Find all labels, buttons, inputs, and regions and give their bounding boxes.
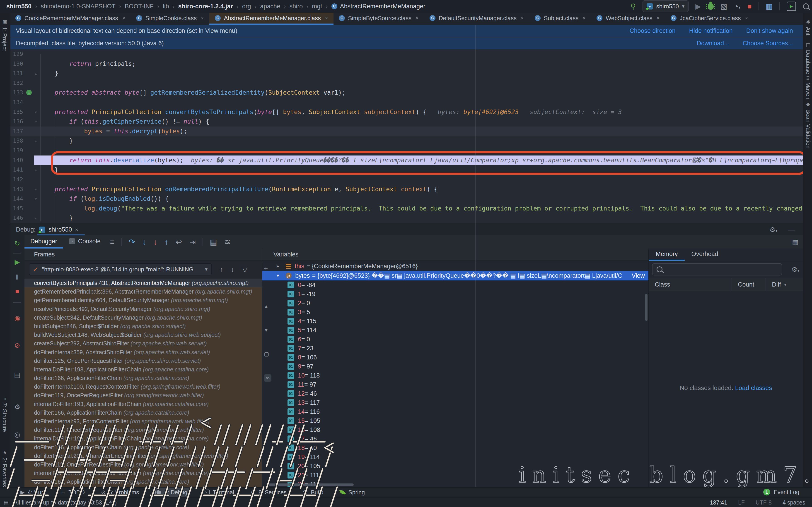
- byte-array-entry[interactable]: 0117 = 46: [262, 434, 648, 443]
- code-line[interactable]: 146▵ }: [10, 213, 803, 223]
- choose-direction-link[interactable]: Choose direction: [629, 27, 676, 35]
- byte-array-entry[interactable]: 019 = 97: [262, 362, 648, 371]
- stack-frame-row[interactable]: doFilter:166, ApplicationFilterChain (or…: [24, 408, 262, 417]
- run-to-cursor-icon[interactable]: ⇥: [189, 238, 196, 246]
- evaluate-infinity-icon[interactable]: ∞: [264, 374, 271, 382]
- rerun-icon[interactable]: ↻: [10, 239, 24, 247]
- stack-frame-row[interactable]: doFilter:166, ApplicationFilterChain (or…: [24, 443, 262, 452]
- column-count[interactable]: Count: [731, 278, 766, 291]
- breadcrumb-item[interactable]: AbstractRememberMeManager: [340, 3, 425, 10]
- editor-tab[interactable]: CSubject.class×: [529, 13, 591, 25]
- code-line[interactable]: 143▿ protected PrincipalCollection onRem…: [10, 184, 803, 194]
- code-line[interactable]: 138▵ }: [10, 136, 803, 146]
- tab-memory[interactable]: Memory: [649, 248, 685, 261]
- pause-icon[interactable]: ‖: [10, 273, 24, 281]
- search-everywhere-icon[interactable]: [803, 3, 809, 9]
- fold-marker-icon[interactable]: ▵: [35, 69, 37, 78]
- toolwindow-button-spring[interactable]: Spring: [338, 488, 367, 497]
- stack-frame-row[interactable]: convertBytesToPrincipals:431, AbstractRe…: [24, 279, 262, 287]
- threads-view-icon[interactable]: ≡: [110, 238, 115, 246]
- breadcrumb-item[interactable]: BOOT-INF: [125, 3, 154, 10]
- close-tab-icon[interactable]: ×: [122, 15, 125, 21]
- line-number[interactable]: 139: [10, 146, 26, 156]
- run-configuration-select[interactable]: ▸ shiro550 ▾: [643, 0, 689, 12]
- close-tab-icon[interactable]: ×: [745, 15, 748, 21]
- code-line[interactable]: 142: [10, 175, 803, 184]
- line-number[interactable]: 142: [10, 175, 26, 184]
- byte-array-entry[interactable]: 012 = 0: [262, 298, 648, 307]
- stack-frame-row[interactable]: doFilter:125, OncePerRequestFilter (org.…: [24, 356, 262, 365]
- code-line[interactable]: 140 return this.deserialize(bytes); byte…: [10, 156, 803, 165]
- scroll-up-icon[interactable]: ▲: [264, 304, 268, 309]
- view-breakpoints-icon[interactable]: ◉: [10, 314, 24, 322]
- stop-icon[interactable]: ■: [10, 287, 24, 295]
- step-into-icon[interactable]: ↓: [142, 238, 146, 246]
- add-watch-icon[interactable]: +: [264, 265, 268, 273]
- stripe-item-database[interactable]: ◫Database: [805, 42, 811, 74]
- stack-frame-row[interactable]: doFilter:119, OncePerRequestFilter (org.…: [24, 426, 262, 434]
- thread-selector[interactable]: ✓ "http-nio-8080-exec-3"@6,514 in group …: [29, 263, 212, 275]
- line-number[interactable]: 144: [10, 194, 26, 204]
- fold-marker-icon[interactable]: ▵: [35, 136, 37, 146]
- breadcrumb-item[interactable]: shiro: [290, 3, 303, 10]
- editor-tab[interactable]: CSimpleByteSource.class×: [334, 13, 424, 25]
- hide-panel-icon[interactable]: —: [788, 226, 795, 234]
- hide-notification-link[interactable]: Hide notification: [689, 27, 733, 35]
- hammer-build-icon[interactable]: ⚲: [630, 3, 636, 10]
- stack-frame-row[interactable]: doFilter:166, ApplicationFilterChain (or…: [24, 477, 262, 486]
- variable-row-this[interactable]: ▸ this = {CookieRememberMeManager@6516}: [262, 262, 648, 271]
- choose-sources-link[interactable]: Choose Sources...: [743, 40, 793, 47]
- file-encoding[interactable]: UTF-8: [756, 499, 772, 506]
- toolwindow-button-build[interactable]: ⚒Build: [301, 488, 326, 497]
- editor-tab[interactable]: CCookieRememberMeManager.class×: [10, 13, 131, 25]
- settings-gear-icon[interactable]: ⚙: [10, 403, 24, 411]
- breadcrumb-item[interactable]: apache: [260, 3, 280, 10]
- byte-array-entry[interactable]: 016 = 0: [262, 335, 648, 344]
- byte-array-entry[interactable]: 017 = 23: [262, 344, 648, 353]
- load-classes-link[interactable]: Load classes: [735, 384, 772, 391]
- stop-button[interactable]: ■: [747, 3, 752, 10]
- code-line[interactable]: 144▿ if (log.isDebugEnabled()) {: [10, 194, 803, 204]
- breadcrumb-item[interactable]: shiro550: [6, 3, 32, 10]
- evaluate-expression-icon[interactable]: ▦: [210, 238, 217, 246]
- stripe-item----project[interactable]: ▣1: Project: [1, 19, 8, 51]
- byte-array-entry[interactable]: 013 = 5: [262, 307, 648, 317]
- debug-button[interactable]: [708, 3, 714, 10]
- code-line[interactable]: 135▿ protected PrincipalCollection conve…: [10, 107, 803, 117]
- byte-array-entry[interactable]: 014 = 115: [262, 317, 648, 326]
- horizontal-scrollbar[interactable]: [267, 484, 354, 486]
- fold-marker-icon[interactable]: ▿: [35, 194, 37, 204]
- line-number[interactable]: 137: [10, 126, 26, 136]
- close-tab-icon[interactable]: ×: [582, 15, 586, 21]
- byte-array-entry[interactable]: 018 = 106: [262, 353, 648, 362]
- tab-console[interactable]: › Console: [63, 235, 106, 248]
- byte-array-entry[interactable]: 0120 = 105: [262, 461, 648, 470]
- memory-settings-gear-icon[interactable]: ⚙▾: [792, 266, 799, 273]
- next-frame-icon[interactable]: ↓: [231, 266, 234, 273]
- toolwindow-button----services[interactable]: ❖8: Services: [248, 488, 289, 497]
- byte-array-entry[interactable]: 0121 = 111: [262, 470, 648, 480]
- tab-debugger[interactable]: Debugger: [24, 235, 63, 248]
- byte-array-entry[interactable]: 010 = -84: [262, 280, 648, 289]
- implemented-marker-icon[interactable]: ↓: [26, 90, 32, 95]
- prev-frame-icon[interactable]: ↑: [220, 266, 223, 273]
- stripe-item----favorites[interactable]: ★2: Favorites: [1, 450, 8, 487]
- line-number[interactable]: 146: [10, 213, 26, 223]
- line-number[interactable]: 134: [10, 98, 26, 107]
- fold-marker-icon[interactable]: ▵: [35, 213, 37, 223]
- stripe-item-maven[interactable]: mMaven: [805, 76, 811, 99]
- dont-show-again-link[interactable]: Don't show again: [746, 27, 793, 35]
- fold-marker-icon[interactable]: ▵: [35, 165, 37, 175]
- editor-tab[interactable]: CJcaCipherService.class×: [665, 13, 754, 25]
- byte-array-entry[interactable]: 011 = -19: [262, 289, 648, 298]
- toolwindow-button----debug[interactable]: 5: Debug: [153, 488, 190, 497]
- code-line[interactable]: 129: [10, 49, 803, 59]
- close-tab-icon[interactable]: ×: [657, 15, 660, 21]
- editor-tab[interactable]: CDefaultSecurityManager.class×: [424, 13, 529, 25]
- line-number[interactable]: 145: [10, 204, 26, 214]
- step-out-icon[interactable]: ↑: [164, 238, 168, 246]
- filter-frames-icon[interactable]: ▽: [242, 266, 247, 273]
- stack-frame-row[interactable]: resolvePrincipals:492, DefaultSecurityMa…: [24, 305, 262, 313]
- copy-stack-icon[interactable]: ▢: [264, 351, 269, 357]
- mute-breakpoints-icon[interactable]: ⊘: [10, 341, 24, 349]
